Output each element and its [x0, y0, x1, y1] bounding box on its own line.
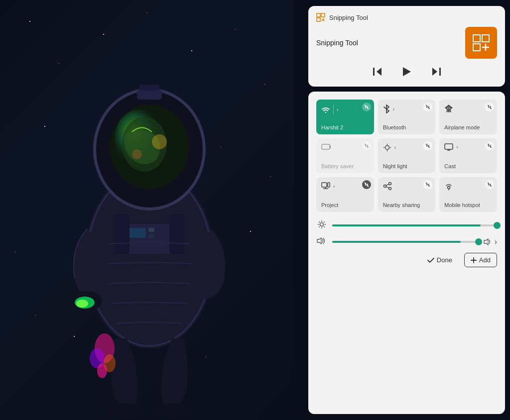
volume-arrow[interactable]: › [495, 237, 497, 246]
wifi-icon [321, 105, 330, 113]
qs-grid-row1: › Harshit 2 [316, 100, 497, 212]
svg-rect-17 [148, 234, 154, 238]
svg-rect-16 [148, 228, 154, 232]
wifi-tile-arrow: › [337, 107, 338, 112]
svg-rect-32 [482, 35, 489, 42]
project-tile-pin[interactable] [362, 180, 371, 189]
hotspot-icon [444, 182, 453, 191]
snipping-tool-icon [316, 13, 325, 22]
right-panel: Snipping Tool Snipping Tool [303, 0, 510, 420]
volume-icon [316, 237, 327, 247]
done-button[interactable]: Done [421, 253, 458, 267]
svg-line-73 [365, 183, 369, 187]
svg-rect-10 [139, 85, 159, 91]
airplane-icon [444, 105, 453, 113]
svg-marker-99 [484, 239, 488, 245]
volume-slider-track[interactable] [332, 241, 479, 243]
prev-track-button[interactable] [371, 65, 384, 78]
brightness-slider-track[interactable] [332, 224, 497, 226]
unpin-icon-ap [487, 105, 492, 109]
qs-tile-wifi-top: › [321, 105, 369, 114]
qs-tile-nearby-top [383, 182, 431, 190]
qs-tile-project[interactable]: › Project [316, 177, 374, 212]
media-card-body: Snipping Tool [316, 27, 497, 59]
add-plus-icon [471, 257, 477, 263]
qs-tile-bluetooth-label: Bluetooth [383, 124, 431, 130]
media-card: Snipping Tool Snipping Tool [308, 6, 505, 87]
svg-rect-63 [445, 144, 453, 149]
qs-bottom-bar: Done Add [316, 253, 497, 267]
sun-icon [317, 220, 326, 229]
brightness-slider-thumb[interactable] [494, 222, 501, 229]
svg-point-13 [76, 300, 88, 308]
svg-rect-69 [322, 183, 327, 187]
next-track-button[interactable] [429, 65, 443, 78]
svg-rect-9 [137, 90, 162, 100]
svg-line-47 [488, 105, 492, 109]
cast-tile-pin[interactable] [485, 141, 494, 150]
qs-tile-hotspot-label: Mobile hotspot [444, 202, 492, 208]
svg-rect-28 [317, 18, 320, 21]
qs-tile-airplane[interactable]: Airplane mode [439, 100, 497, 134]
airplane-tile-pin[interactable] [485, 103, 494, 111]
qs-tile-bluetooth[interactable]: › Bluetooth [378, 100, 436, 134]
svg-line-80 [386, 187, 389, 188]
dark-unpin-icon [364, 182, 369, 187]
qs-tile-nightlight[interactable]: › Night light [378, 138, 436, 173]
svg-rect-18 [115, 214, 129, 254]
svg-line-52 [365, 144, 369, 148]
qs-tile-hotspot[interactable]: Mobile hotspot [439, 177, 497, 212]
bluetooth-tile-pin[interactable] [423, 103, 432, 111]
qs-tile-battery[interactable]: Battery saver [316, 138, 374, 173]
svg-point-89 [320, 223, 324, 226]
add-button[interactable]: Add [464, 253, 497, 267]
qs-tile-wifi[interactable]: › Harshit 2 [316, 100, 374, 134]
qs-tile-nearby[interactable]: Nearby sharing [378, 177, 436, 212]
volume-slider-thumb[interactable] [475, 238, 482, 245]
battery-tile-pin[interactable] [362, 141, 371, 150]
qs-tile-hotspot-top [444, 182, 492, 191]
svg-marker-98 [317, 238, 321, 244]
qs-tile-nightlight-label: Night light [383, 163, 431, 169]
svg-marker-36 [377, 68, 382, 76]
volume-extra-controls: › [484, 237, 497, 246]
media-controls [316, 65, 497, 79]
nearby-tile-pin[interactable] [423, 180, 432, 189]
bluetooth-tile-arrow: › [393, 106, 394, 112]
wifi-tile-pin[interactable] [362, 103, 371, 111]
media-card-header: Snipping Tool [316, 13, 497, 22]
cast-tile-arrow: › [456, 144, 458, 150]
svg-point-77 [388, 188, 391, 190]
qs-tile-cast[interactable]: › Cast [439, 138, 497, 173]
done-label: Done [437, 256, 452, 264]
qs-tile-bluetooth-top: › [383, 105, 431, 113]
svg-line-95 [324, 226, 325, 227]
svg-point-55 [385, 146, 389, 150]
brightness-icon [316, 220, 327, 231]
svg-rect-26 [317, 13, 320, 17]
airplane-icon-group [444, 105, 453, 113]
svg-rect-33 [473, 44, 480, 51]
nightlight-tile-pin[interactable] [423, 141, 432, 150]
volume-extra-icon [484, 238, 493, 246]
svg-rect-40 [439, 68, 441, 76]
speaker-icon [317, 237, 327, 245]
svg-line-44 [426, 105, 430, 109]
svg-marker-38 [403, 67, 411, 76]
bluetooth-icon [383, 105, 390, 113]
next-icon [431, 67, 441, 76]
svg-rect-31 [473, 35, 480, 42]
svg-point-8 [132, 149, 142, 159]
svg-line-41 [365, 105, 369, 109]
svg-line-96 [324, 221, 325, 222]
nightlight-tile-arrow: › [394, 145, 396, 150]
cast-icon-group: › [444, 143, 458, 151]
qs-tile-nearby-label: Nearby sharing [383, 202, 431, 208]
wifi-tile-divider [333, 105, 334, 114]
svg-rect-50 [322, 144, 330, 149]
qs-tile-airplane-top [444, 105, 492, 113]
hotspot-icon-group [444, 182, 453, 191]
play-icon [402, 67, 411, 77]
play-button[interactable] [400, 65, 413, 79]
hotspot-tile-pin[interactable] [485, 180, 494, 189]
